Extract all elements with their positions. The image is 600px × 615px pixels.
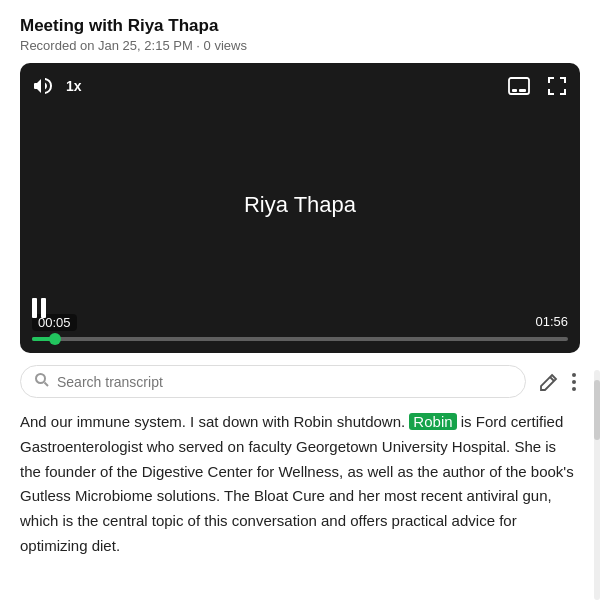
video-top-controls: 1x — [30, 73, 570, 99]
svg-line-6 — [45, 383, 49, 387]
search-box[interactable] — [20, 365, 526, 398]
svg-point-8 — [572, 373, 576, 377]
svg-point-5 — [36, 374, 45, 383]
video-top-left: 1x — [30, 74, 82, 98]
speed-control[interactable]: 1x — [66, 78, 82, 94]
svg-rect-1 — [512, 89, 517, 92]
progress-knob — [49, 333, 61, 345]
progress-bar[interactable] — [32, 337, 568, 341]
more-options-button[interactable] — [568, 369, 580, 395]
svg-point-9 — [572, 380, 576, 384]
toolbar — [0, 353, 600, 410]
transcript-text: And our immune system. I sat down with R… — [20, 410, 580, 559]
page-wrapper: Meeting with Riya Thapa Recorded on Jan … — [0, 0, 600, 615]
svg-rect-0 — [509, 78, 529, 94]
recording-meta: Recorded on Jan 25, 2:15 PM · 0 views — [20, 38, 580, 53]
transcript-area: And our immune system. I sat down with R… — [0, 410, 600, 579]
scrollbar-track[interactable] — [594, 370, 600, 600]
page-title: Meeting with Riya Thapa — [20, 16, 580, 36]
search-input[interactable] — [57, 374, 511, 390]
edit-button[interactable] — [536, 369, 562, 395]
svg-rect-4 — [41, 298, 46, 318]
video-top-right — [504, 73, 570, 99]
svg-rect-2 — [519, 89, 526, 92]
video-player: 1x — [20, 63, 580, 353]
video-time-row: 00:05 01:56 — [32, 314, 568, 331]
svg-point-10 — [572, 387, 576, 391]
total-time: 01:56 — [535, 314, 568, 331]
header: Meeting with Riya Thapa Recorded on Jan … — [0, 0, 600, 63]
transcript-before-highlight: And our immune system. I sat down with R… — [20, 413, 409, 430]
volume-button[interactable] — [30, 74, 58, 98]
svg-rect-3 — [32, 298, 37, 318]
progress-fill — [32, 337, 55, 341]
video-caption-text: Riya Thapa — [244, 192, 356, 218]
toolbar-actions — [536, 369, 580, 395]
play-pause-button[interactable] — [32, 298, 50, 323]
fullscreen-button[interactable] — [544, 73, 570, 99]
search-icon — [35, 373, 49, 390]
video-bottom-controls: 00:05 01:56 — [20, 306, 580, 353]
captions-button[interactable] — [504, 73, 534, 99]
scrollbar-thumb[interactable] — [594, 380, 600, 440]
transcript-highlight: Robin — [409, 413, 456, 430]
transcript-after-highlight: is Ford certified Gastroenterologist who… — [20, 413, 574, 554]
